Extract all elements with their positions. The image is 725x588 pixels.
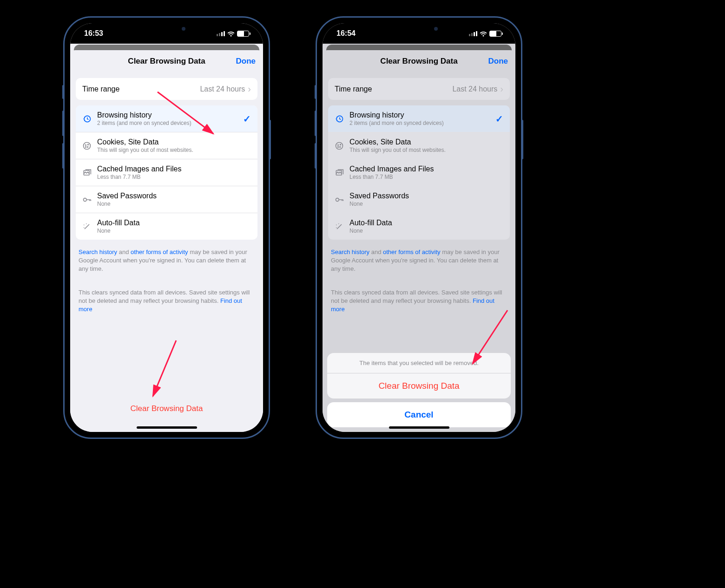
item-title: Saved Passwords [349, 192, 503, 200]
item-subtitle: This will sign you out of most websites. [97, 147, 251, 153]
status-time: 16:54 [336, 29, 356, 38]
option-cached[interactable]: Cached Images and Files Less than 7.7 MB [76, 159, 257, 186]
time-range-label: Time range [335, 85, 372, 93]
item-subtitle: None [349, 201, 503, 207]
item-subtitle: 2 items (and more on synced devices) [97, 120, 251, 126]
action-sheet-message: The items that you selected will be remo… [327, 353, 511, 373]
done-button[interactable]: Done [236, 57, 256, 66]
battery-icon [489, 31, 501, 37]
other-activity-link[interactable]: other forms of activity [383, 248, 441, 255]
item-title: Auto-fill Data [97, 219, 251, 227]
item-title: Cookies, Site Data [97, 138, 251, 146]
svg-point-17 [336, 198, 339, 201]
svg-point-15 [338, 146, 339, 147]
option-passwords[interactable]: Saved Passwords None [76, 186, 257, 213]
done-button[interactable]: Done [488, 57, 508, 66]
item-title: Browsing history [97, 111, 251, 119]
modal-header: Clear Browsing Data Done [323, 50, 515, 72]
item-title: Auto-fill Data [349, 219, 503, 227]
chevron-right-icon: › [500, 84, 503, 94]
option-browsing-history[interactable]: Browsing history 2 items (and more on sy… [76, 105, 257, 132]
cellular-icon [217, 31, 225, 36]
search-history-link[interactable]: Search history [79, 248, 117, 255]
checkmark-icon: ✓ [495, 113, 503, 124]
svg-point-12 [338, 144, 339, 145]
option-autofill[interactable]: Auto-fill Data None [76, 213, 257, 240]
wifi-icon [480, 31, 487, 36]
item-title: Browsing history [349, 111, 503, 119]
svg-point-2 [86, 144, 86, 145]
action-sheet: The items that you selected will be remo… [323, 348, 515, 432]
page-title: Clear Browsing Data [380, 57, 457, 66]
svg-point-11 [336, 142, 343, 149]
option-cookies[interactable]: Cookies, Site Data This will sign you ou… [76, 132, 257, 159]
item-title: Saved Passwords [97, 192, 251, 200]
svg-point-7 [84, 198, 87, 201]
option-cached[interactable]: Cached Images and Files Less than 7.7 MB [328, 159, 510, 186]
item-subtitle: Less than 7.7 MB [97, 174, 251, 180]
option-cookies[interactable]: Cookies, Site Data This will sign you ou… [328, 132, 510, 159]
svg-point-3 [88, 144, 89, 145]
option-browsing-history[interactable]: Browsing history 2 items (and more on sy… [328, 105, 510, 132]
page-title: Clear Browsing Data [128, 57, 205, 66]
time-range-value: Last 24 hours [200, 85, 245, 93]
cellular-icon [469, 31, 477, 36]
option-autofill[interactable]: Auto-fill Data None [328, 213, 510, 240]
item-subtitle: None [97, 228, 251, 234]
svg-point-1 [84, 142, 91, 149]
item-title: Cached Images and Files [349, 165, 503, 173]
history-icon [335, 114, 349, 124]
battery-icon [237, 31, 249, 37]
info-text-2: This clears synced data from all devices… [70, 286, 263, 317]
item-title: Cookies, Site Data [349, 138, 503, 146]
item-subtitle: 2 items (and more on synced devices) [349, 120, 503, 126]
home-indicator[interactable] [137, 426, 197, 429]
item-subtitle: This will sign you out of most websites. [349, 147, 503, 153]
key-icon [335, 195, 349, 204]
time-range-row[interactable]: Time range Last 24 hours › [76, 78, 257, 100]
option-passwords[interactable]: Saved Passwords None [328, 186, 510, 213]
svg-point-5 [86, 146, 86, 147]
clear-browsing-data-button[interactable]: Clear Browsing Data [70, 404, 263, 413]
search-history-link[interactable]: Search history [331, 248, 369, 255]
home-indicator[interactable] [389, 426, 449, 429]
chevron-right-icon: › [248, 84, 251, 94]
cancel-button[interactable]: Cancel [327, 402, 511, 427]
svg-point-14 [340, 146, 341, 147]
wand-icon [82, 222, 97, 231]
phone-left: 16:53 Clear Browsing Data Done Time rang… [63, 16, 270, 439]
svg-point-13 [340, 144, 341, 145]
item-subtitle: Less than 7.7 MB [349, 174, 503, 180]
phone-right: 16:54 Clear Browsing Data Done Time rang… [316, 16, 522, 439]
wifi-icon [227, 31, 235, 36]
other-activity-link[interactable]: other forms of activity [131, 248, 188, 255]
cookie-icon [82, 141, 97, 150]
item-subtitle: None [97, 201, 251, 207]
notch [387, 23, 452, 36]
image-stack-icon [335, 168, 349, 177]
item-title: Cached Images and Files [97, 165, 251, 173]
image-stack-icon [82, 168, 97, 177]
time-range-row[interactable]: Time range Last 24 hours › [328, 78, 510, 100]
wand-icon [335, 222, 349, 231]
cookie-icon [335, 141, 349, 150]
history-icon [82, 114, 97, 124]
key-icon [82, 195, 97, 204]
checkmark-icon: ✓ [243, 113, 251, 124]
confirm-clear-button[interactable]: Clear Browsing Data [327, 373, 511, 399]
notch [134, 23, 199, 36]
info-text-1: Search history and other forms of activi… [323, 245, 515, 276]
status-time: 16:53 [84, 29, 103, 38]
item-subtitle: None [349, 228, 503, 234]
info-text-1: Search history and other forms of activi… [70, 245, 263, 276]
time-range-label: Time range [82, 85, 119, 93]
svg-point-4 [87, 146, 88, 147]
modal-header: Clear Browsing Data Done [70, 50, 263, 72]
time-range-value: Last 24 hours [452, 85, 497, 93]
info-text-2: This clears synced data from all devices… [323, 286, 515, 317]
